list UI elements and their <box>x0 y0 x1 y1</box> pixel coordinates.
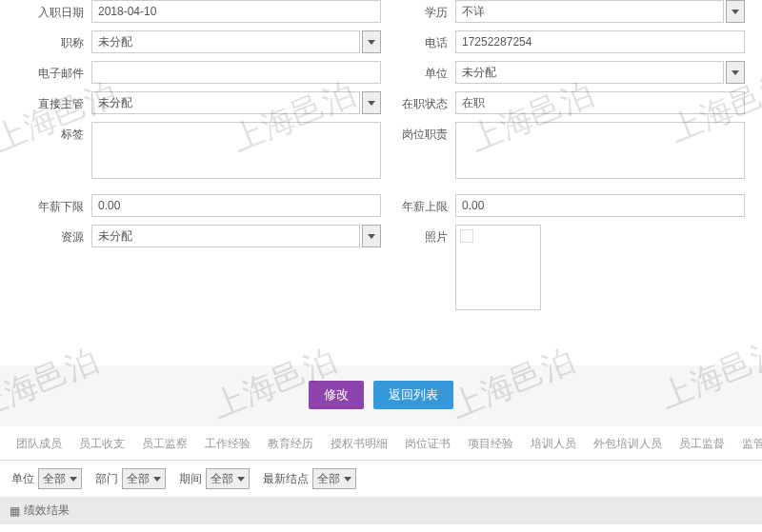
tab-0[interactable]: 团队成员 <box>8 430 70 460</box>
table-header-cell: 期间 <box>338 524 418 532</box>
dropdown-unit[interactable] <box>726 61 745 84</box>
chevron-down-icon <box>344 477 351 482</box>
field-resource: 资源 <box>17 225 381 247</box>
form-area: 入职日期 职称 电子邮件 直接主管 标签 年薪下 <box>0 0 762 327</box>
table-header-cell: 版本 <box>419 524 475 532</box>
filter-dept: 部门 全部 <box>95 468 166 489</box>
label-job-desc: 岗位职责 <box>381 122 455 143</box>
table-header-cell: 最新结点 <box>644 524 762 532</box>
chevron-down-icon <box>368 234 375 239</box>
label-phone: 电话 <box>381 30 455 51</box>
chevron-down-icon <box>70 477 77 482</box>
select-resource[interactable] <box>91 225 360 247</box>
tab-4[interactable]: 教育经历 <box>259 430 322 460</box>
tabs-bar: 团队成员员工收支员工监察工作经验教育经历授权书明细岗位证书项目经验培训人员外包培… <box>0 426 762 461</box>
field-email: 电子邮件 <box>17 61 381 84</box>
photo-box[interactable] <box>455 225 541 310</box>
label-status: 在职状态 <box>381 91 455 112</box>
field-hire-date: 入职日期 <box>17 0 381 23</box>
textarea-job-desc[interactable] <box>455 122 745 179</box>
field-status: 在职状态 <box>381 91 745 114</box>
back-button[interactable]: 返回列表 <box>373 381 453 409</box>
label-hire-date: 入职日期 <box>17 0 91 21</box>
table-header-cell: 更新时间 <box>475 524 644 532</box>
input-email[interactable] <box>91 61 381 84</box>
select-job-title[interactable] <box>91 30 360 53</box>
filter-label-period: 期间 <box>179 471 202 487</box>
filter-select-latest[interactable]: 全部 <box>312 468 356 489</box>
table-header-row: ID单位部门期间版本更新时间最新结点 <box>0 524 762 532</box>
tab-5[interactable]: 授权书明细 <box>322 430 396 460</box>
dropdown-supervisor[interactable] <box>362 91 381 114</box>
input-status[interactable] <box>455 91 745 114</box>
chevron-down-icon <box>153 477 161 482</box>
filter-value-dept: 全部 <box>127 471 150 487</box>
field-supervisor: 直接主管 <box>17 91 381 114</box>
table-header-cell: 部门 <box>251 524 339 532</box>
label-photo: 照片 <box>381 225 455 246</box>
button-row: 修改 返回列表 <box>0 365 762 426</box>
tab-11[interactable]: 监管人员 <box>733 430 762 460</box>
chevron-down-icon <box>368 40 375 45</box>
tab-7[interactable]: 项目经验 <box>459 430 522 460</box>
results-table: ID单位部门期间版本更新时间最新结点 4上海邑泊信息科技有限公司市场总部2019… <box>0 524 762 532</box>
tab-9[interactable]: 外包培训人员 <box>585 430 671 460</box>
filter-unit: 单位 全部 <box>11 468 82 489</box>
tab-3[interactable]: 工作经验 <box>196 430 259 460</box>
filter-bar: 单位 全部 部门 全部 期间 全部 最新结点 全部 <box>0 461 762 497</box>
filter-label-latest: 最新结点 <box>263 471 309 487</box>
chevron-down-icon <box>237 477 245 482</box>
filter-label-dept: 部门 <box>95 471 118 487</box>
label-supervisor: 直接主管 <box>17 91 91 112</box>
edit-button[interactable]: 修改 <box>309 381 364 409</box>
label-email: 电子邮件 <box>17 61 91 82</box>
tab-10[interactable]: 员工监督 <box>671 430 733 460</box>
filter-select-dept[interactable]: 全部 <box>122 468 166 489</box>
table-header-cell: 单位 <box>41 524 251 532</box>
tab-8[interactable]: 培训人员 <box>522 430 585 460</box>
label-job-title: 职称 <box>17 30 91 51</box>
field-tags: 标签 <box>17 122 381 179</box>
input-salary-high[interactable] <box>455 194 745 217</box>
label-salary-low: 年薪下限 <box>17 194 91 215</box>
label-resource: 资源 <box>17 225 91 246</box>
field-job-desc: 岗位职责 <box>381 122 745 179</box>
left-column: 入职日期 职称 电子邮件 直接主管 标签 年薪下 <box>17 0 381 318</box>
input-phone[interactable] <box>455 30 745 53</box>
select-education[interactable] <box>455 0 724 23</box>
select-unit[interactable] <box>455 61 724 84</box>
field-unit: 单位 <box>381 61 745 84</box>
dropdown-job-title[interactable] <box>362 30 381 53</box>
field-education: 学历 <box>381 0 745 23</box>
filter-value-latest: 全部 <box>317 471 340 487</box>
table-header-cell: ID <box>0 524 41 532</box>
chevron-down-icon <box>732 10 739 14</box>
chevron-down-icon <box>368 101 375 106</box>
filter-select-period[interactable]: 全部 <box>206 468 250 489</box>
dropdown-resource[interactable] <box>362 225 381 247</box>
input-hire-date[interactable] <box>91 0 381 23</box>
label-unit: 单位 <box>381 61 455 82</box>
label-tags: 标签 <box>17 122 91 143</box>
field-salary-high: 年薪上限 <box>381 194 745 217</box>
field-photo: 照片 <box>381 225 745 310</box>
input-salary-low[interactable] <box>91 194 381 217</box>
label-salary-high: 年薪上限 <box>381 194 455 215</box>
results-header: ▦ 绩效结果 <box>0 497 762 524</box>
filter-value-period: 全部 <box>211 471 233 487</box>
tab-6[interactable]: 岗位证书 <box>396 430 459 460</box>
filter-value-unit: 全部 <box>43 471 66 487</box>
select-supervisor[interactable] <box>91 91 360 114</box>
list-icon: ▦ <box>10 504 20 518</box>
label-education: 学历 <box>381 0 455 21</box>
filter-label-unit: 单位 <box>11 471 34 487</box>
field-salary-low: 年薪下限 <box>17 194 381 217</box>
tab-1[interactable]: 员工收支 <box>70 430 133 460</box>
filter-select-unit[interactable]: 全部 <box>38 468 82 489</box>
textarea-tags[interactable] <box>91 122 381 179</box>
dropdown-education[interactable] <box>726 0 745 23</box>
results-title: 绩效结果 <box>24 502 70 519</box>
field-phone: 电话 <box>381 30 745 53</box>
field-job-title: 职称 <box>17 30 381 53</box>
tab-2[interactable]: 员工监察 <box>133 430 196 460</box>
